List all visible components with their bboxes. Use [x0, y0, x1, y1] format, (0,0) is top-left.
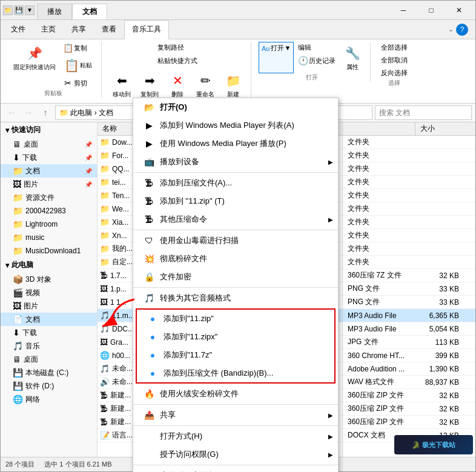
ctx-open[interactable]: 📂 打开(O)	[133, 98, 338, 116]
ctx-sep2	[133, 230, 338, 230]
ctx-sep6	[133, 465, 338, 465]
ctx-other-compress[interactable]: 🗜 其他压缩命令	[133, 210, 338, 228]
share-icon: 📤	[143, 409, 155, 421]
ctx-add-to-11zip[interactable]: 🗜 添加到 "11.zip" (T)	[133, 192, 338, 210]
access-icon	[143, 448, 155, 460]
play-icon: ▶	[143, 138, 155, 150]
ctx-convert-audio[interactable]: 🎵 转换为其它音频格式	[133, 289, 338, 307]
open-icon: 📂	[143, 101, 155, 113]
archive-icon: 🗜	[143, 213, 155, 225]
bandizip-icon: ●	[147, 349, 159, 361]
ctx-grant-access[interactable]: 授予访问权限(G)	[133, 445, 338, 464]
shield-icon: 🛡	[143, 234, 155, 247]
archive-icon: 🗜	[143, 195, 155, 207]
fire-icon: 🔥	[143, 388, 155, 400]
ctx-sep4	[133, 404, 338, 405]
archive-icon: 🗜	[143, 177, 155, 189]
ctx-hx-shred[interactable]: 🔥 使用火绒安全粉碎文件	[133, 385, 338, 403]
device-icon: 📺	[143, 156, 155, 168]
ctx-sep1	[133, 172, 338, 173]
ctx-bandizip-7z[interactable]: ● 添加到"11.7z"	[137, 346, 334, 364]
ctx-add-to-wmp[interactable]: ▶ 添加到 Windows Media Player 列表(A)	[133, 116, 338, 135]
ctx-sep5	[133, 425, 338, 426]
ctx-open-with[interactable]: 打开方式(H)	[133, 427, 338, 445]
bandizip-icon: ●	[147, 367, 159, 379]
ctx-bandizip-dialog[interactable]: ● 添加到压缩文件 (Bandizip)(B)...	[137, 364, 334, 382]
ctx-sep3	[133, 287, 338, 288]
ctx-shred[interactable]: 💥 彻底粉碎文件	[133, 250, 338, 268]
ctx-bandizip-zipx[interactable]: ● 添加到"11.zipx"	[137, 328, 334, 346]
ctx-scan[interactable]: 🛡 使用金山毒霸进行扫描	[133, 231, 338, 250]
bandizip-icon: ●	[147, 313, 159, 325]
watermark: 🐊 极光下载站	[394, 435, 473, 454]
bandizip-icon: ●	[147, 331, 159, 343]
wmp-icon: ▶	[143, 119, 155, 131]
ctx-add-to-archive[interactable]: 🗜 添加到压缩文件(A)...	[133, 174, 338, 192]
ctx-share[interactable]: 📤 共享	[133, 406, 338, 424]
shred-icon: 💥	[143, 253, 155, 265]
ctx-bandizip-zip[interactable]: ● 添加到"11.zip"	[137, 310, 334, 328]
watermark-text: 🐊 极光下载站	[412, 440, 455, 450]
ctx-encrypt[interactable]: 🔒 文件加密	[133, 268, 338, 286]
openwith-icon	[143, 430, 155, 442]
lock-icon: 🔒	[143, 271, 155, 283]
ctx-upload-baidu[interactable]: ☁ 上传到百度网盘	[133, 467, 338, 472]
ctx-play-to-device[interactable]: 📺 播放到设备	[133, 153, 338, 171]
music-icon: 🎵	[143, 292, 155, 304]
cloud-icon: ☁	[143, 470, 155, 472]
context-menu-overlay: 📂 打开(O) ▶ 添加到 Windows Media Player 列表(A)…	[1, 1, 475, 471]
context-menu: 📂 打开(O) ▶ 添加到 Windows Media Player 列表(A)…	[133, 98, 339, 472]
ctx-play-wmp[interactable]: ▶ 使用 Windows Media Player 播放(P)	[133, 135, 338, 153]
